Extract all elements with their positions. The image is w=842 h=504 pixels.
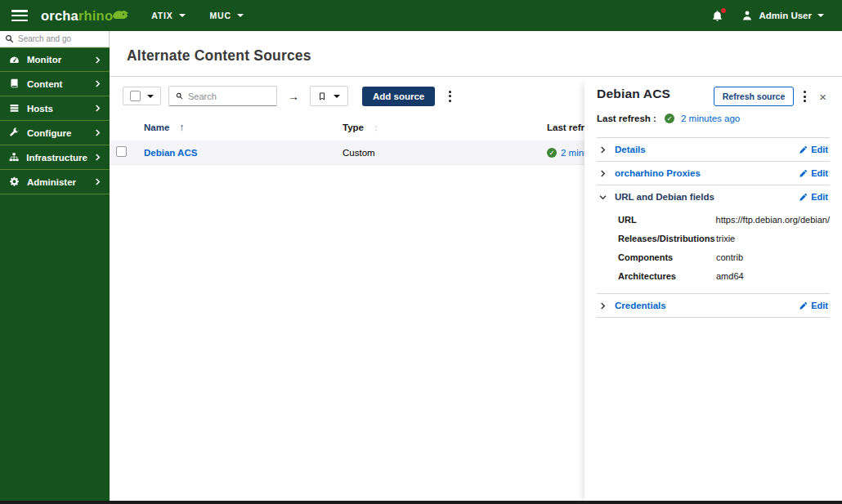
sidebar-item-administer[interactable]: Administer: [0, 170, 110, 194]
user-name: Admin User: [759, 11, 812, 20]
rhino-icon: [110, 7, 130, 21]
chevron-down-icon: [817, 14, 824, 17]
user-menu[interactable]: Admin User: [741, 10, 824, 21]
section-url-debian-fields[interactable]: URL and Debian fields Edit: [597, 185, 830, 208]
server-icon: [9, 103, 20, 114]
chevron-down-icon: [237, 14, 244, 17]
gauge-icon: [9, 55, 20, 65]
sidebar-item-label: Configure: [27, 128, 71, 138]
last-refresh-label: Last refresh :: [597, 114, 658, 123]
chevron-right-icon: [95, 105, 101, 112]
chevron-right-icon: [598, 146, 607, 154]
search-submit-arrow-icon[interactable]: →: [284, 90, 302, 103]
acs-name-link[interactable]: Debian ACS: [144, 148, 197, 158]
section-label[interactable]: orcharhino Proxies: [615, 168, 701, 178]
drawer-kebab-menu[interactable]: [797, 87, 813, 105]
edit-details-link[interactable]: Edit: [799, 145, 828, 154]
sidebar-search-input[interactable]: [18, 34, 100, 43]
section-label[interactable]: Details: [615, 145, 646, 154]
search-icon: [176, 91, 183, 100]
search-icon: [5, 34, 14, 43]
section-credentials[interactable]: Credentials Edit: [597, 293, 830, 317]
column-header-name[interactable]: Name↑: [137, 114, 336, 140]
sidebar-item-label: Hosts: [27, 104, 53, 114]
topnav-atix-label: ATIX: [151, 11, 172, 20]
logo-text-rhino: rhino: [78, 8, 113, 24]
row-checkbox-cell: [110, 140, 137, 165]
sidebar-item-configure[interactable]: Configure: [0, 121, 110, 145]
field-releases: Releases/Distributions trixie: [618, 229, 830, 248]
sort-icon[interactable]: ↕: [374, 123, 378, 132]
sidebar-item-content[interactable]: Content: [0, 72, 110, 96]
drawer-actions: Refresh source ×: [714, 87, 830, 106]
notifications-bell-icon[interactable]: [711, 10, 723, 22]
sort-ascending-icon[interactable]: ↑: [179, 122, 184, 133]
row-checkbox[interactable]: [116, 146, 127, 157]
window-bottom-edge: [0, 501, 842, 504]
wrench-icon: [9, 127, 20, 138]
table-search[interactable]: [168, 86, 277, 106]
table-search-input[interactable]: [188, 91, 270, 101]
pencil-icon: [799, 193, 808, 202]
menu-toggle-button[interactable]: [11, 10, 28, 21]
bookmark-dropdown[interactable]: [310, 86, 348, 106]
logo-text-orcha: orcha: [41, 8, 78, 24]
chevron-right-icon: [598, 170, 607, 177]
refresh-source-button[interactable]: Refresh source: [714, 87, 794, 106]
sidebar-nav: Monitor Content Hosts Configure Infrastr…: [0, 47, 110, 194]
drawer-title: Debian ACS: [597, 87, 670, 101]
topbar-right: Admin User: [711, 10, 842, 22]
toolbar-kebab-menu[interactable]: [442, 87, 458, 105]
last-refresh-value-link[interactable]: 2 minutes ago: [681, 114, 740, 123]
success-check-icon: ✓: [665, 114, 674, 123]
topnav-atix[interactable]: ATIX: [151, 11, 185, 20]
sidebar-item-monitor[interactable]: Monitor: [0, 47, 110, 72]
book-icon: [9, 78, 20, 89]
field-url: URL https://ftp.debian.org/debian/: [618, 210, 830, 229]
sidebar-item-label: Infrastructure: [26, 153, 87, 163]
section-details[interactable]: Details Edit: [597, 137, 830, 161]
detail-drawer: Debian ACS Refresh source × Last refresh…: [584, 77, 842, 501]
select-all-checkbox[interactable]: [130, 91, 141, 101]
field-components: Components contrib: [618, 248, 830, 266]
sidebar-item-label: Administer: [27, 177, 76, 187]
chevron-down-icon: [334, 95, 340, 98]
user-icon: [741, 10, 753, 21]
notification-dot: [721, 8, 726, 13]
edit-url-fields-link[interactable]: Edit: [799, 192, 828, 202]
section-label[interactable]: URL and Debian fields: [615, 192, 714, 202]
pencil-icon: [799, 169, 808, 178]
chevron-down-icon: [179, 14, 186, 17]
sidebar: Monitor Content Hosts Configure Infrastr…: [0, 31, 110, 501]
sitemap-icon: [9, 152, 19, 163]
add-source-button[interactable]: Add source: [362, 87, 435, 106]
orcharhino-logo: orcharhino: [41, 8, 130, 24]
edit-proxies-link[interactable]: Edit: [799, 168, 828, 178]
sidebar-item-hosts[interactable]: Hosts: [0, 96, 110, 121]
row-name-cell: Debian ACS: [137, 140, 336, 165]
edit-credentials-link[interactable]: Edit: [799, 301, 828, 310]
drawer-sections: Details Edit orcharhino Proxies Edit URL…: [597, 137, 830, 318]
close-icon[interactable]: ×: [816, 88, 830, 105]
chevron-right-icon: [95, 178, 101, 185]
gear-icon: [9, 176, 20, 187]
topnav-muc[interactable]: MUC: [210, 11, 244, 20]
sidebar-item-label: Content: [27, 79, 62, 89]
sidebar-search[interactable]: [0, 31, 110, 47]
row-type-cell: Custom: [336, 140, 540, 165]
chevron-right-icon: [598, 302, 607, 310]
section-label[interactable]: Credentials: [615, 301, 666, 310]
bulk-select-dropdown[interactable]: [123, 87, 161, 105]
chevron-down-icon: [598, 194, 607, 200]
section-orcharhino-proxies[interactable]: orcharhino Proxies Edit: [597, 161, 830, 185]
sidebar-item-infrastructure[interactable]: Infrastructure: [0, 145, 110, 170]
success-check-icon: ✓: [547, 148, 557, 158]
chevron-down-icon: [147, 95, 154, 98]
pencil-icon: [799, 145, 808, 154]
column-header-type[interactable]: Type↕: [336, 114, 540, 140]
chevron-right-icon: [95, 56, 101, 64]
divider: [597, 317, 830, 318]
sidebar-item-label: Monitor: [27, 55, 61, 65]
page-title: Alternate Content Sources: [110, 31, 842, 76]
topbar: orcharhino ATIX MUC Admin User: [0, 0, 842, 31]
